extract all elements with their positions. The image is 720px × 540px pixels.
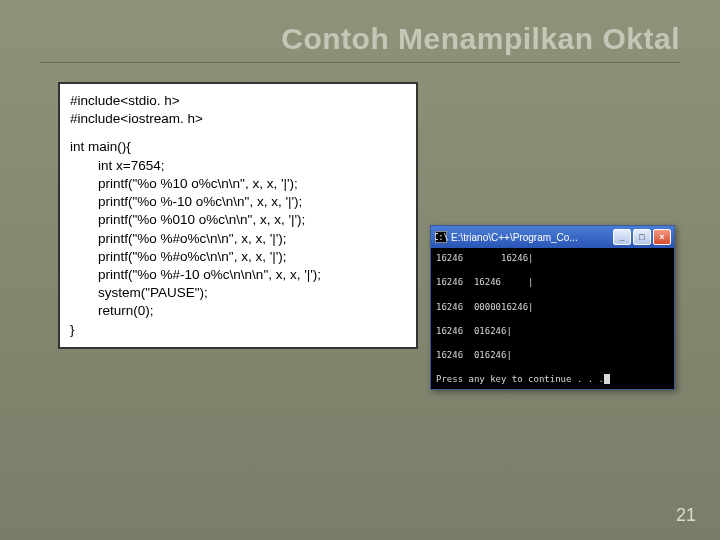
code-example-box: #include<stdio. h> #include<iostream. h>… — [58, 82, 418, 349]
term-line: 16246 016246| — [436, 326, 512, 336]
code-line: printf("%o %#-10 o%c\n\n\n", x, x, '|'); — [70, 266, 406, 284]
title-underline — [40, 62, 680, 63]
code-line: return(0); — [70, 302, 406, 320]
term-line: Press any key to continue . . . — [436, 374, 604, 384]
code-line: printf("%o %#o%c\n\n", x, x, '|'); — [70, 248, 406, 266]
term-line: 16246 16246| — [436, 253, 534, 263]
code-line: #include<iostream. h> — [70, 110, 406, 128]
cursor-icon — [604, 374, 610, 384]
term-line: 16246 016246| — [436, 350, 512, 360]
code-line: printf("%o %-10 o%c\n\n", x, x, '|'); — [70, 193, 406, 211]
code-line: int main(){ — [70, 138, 406, 156]
term-line: 16246 16246 | — [436, 277, 534, 287]
code-line: int x=7654; — [70, 157, 406, 175]
code-line: printf("%o %010 o%c\n\n", x, x, '|'); — [70, 211, 406, 229]
minimize-button[interactable]: _ — [613, 229, 631, 245]
page-number: 21 — [676, 505, 696, 526]
code-line: system("PAUSE"); — [70, 284, 406, 302]
slide-title: Contoh Menampilkan Oktal — [281, 22, 680, 56]
cmd-icon: C:\ — [435, 231, 447, 243]
window-title: E:\triano\C++\Program_Co... — [451, 232, 578, 243]
code-line: #include<stdio. h> — [70, 92, 406, 110]
code-blank-line — [70, 128, 406, 138]
code-line: printf("%o %#o%c\n\n", x, x, '|'); — [70, 230, 406, 248]
close-button[interactable]: × — [653, 229, 671, 245]
terminal-output: 16246 16246| 16246 16246 | 16246 0000016… — [431, 248, 674, 389]
window-titlebar[interactable]: C:\ E:\triano\C++\Program_Co... _ □ × — [431, 226, 674, 248]
code-line: } — [70, 321, 406, 339]
term-line: 16246 0000016246| — [436, 302, 534, 312]
maximize-button[interactable]: □ — [633, 229, 651, 245]
console-window: C:\ E:\triano\C++\Program_Co... _ □ × 16… — [430, 225, 675, 390]
code-line: printf("%o %10 o%c\n\n", x, x, '|'); — [70, 175, 406, 193]
